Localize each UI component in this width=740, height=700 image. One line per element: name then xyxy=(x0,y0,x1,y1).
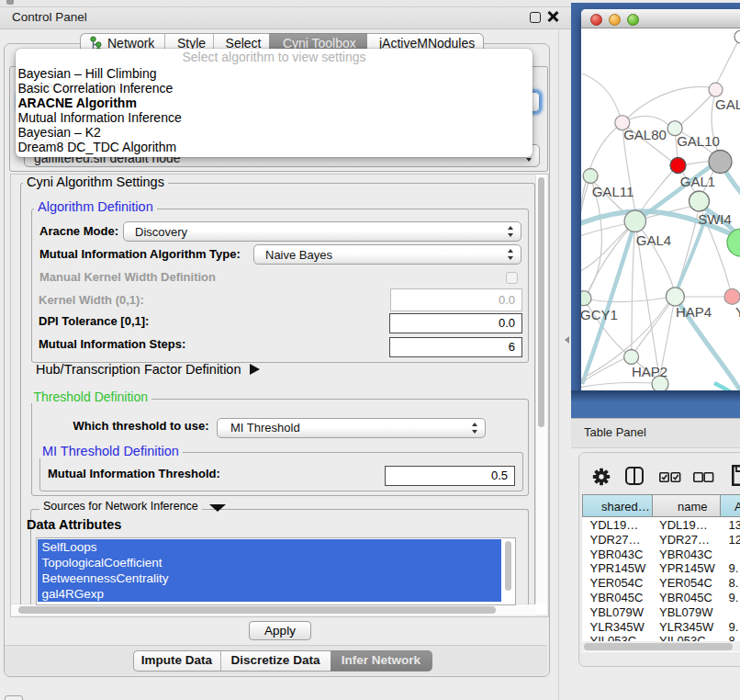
svg-text:GAL2: GAL2 xyxy=(715,96,740,112)
svg-text:GAL1: GAL1 xyxy=(680,174,715,189)
svg-text:GAL10: GAL10 xyxy=(677,133,720,149)
svg-text:HAP4: HAP4 xyxy=(676,304,712,320)
svg-text:YER: YER xyxy=(735,304,740,320)
svg-text:GCY1: GCY1 xyxy=(581,307,618,322)
svg-text:SWI4: SWI4 xyxy=(698,211,732,227)
svg-text:GAL11: GAL11 xyxy=(592,184,634,199)
svg-text:GAL4: GAL4 xyxy=(636,232,671,248)
svg-text:HAP2: HAP2 xyxy=(632,364,667,379)
svg-text:GAL80: GAL80 xyxy=(623,127,667,142)
